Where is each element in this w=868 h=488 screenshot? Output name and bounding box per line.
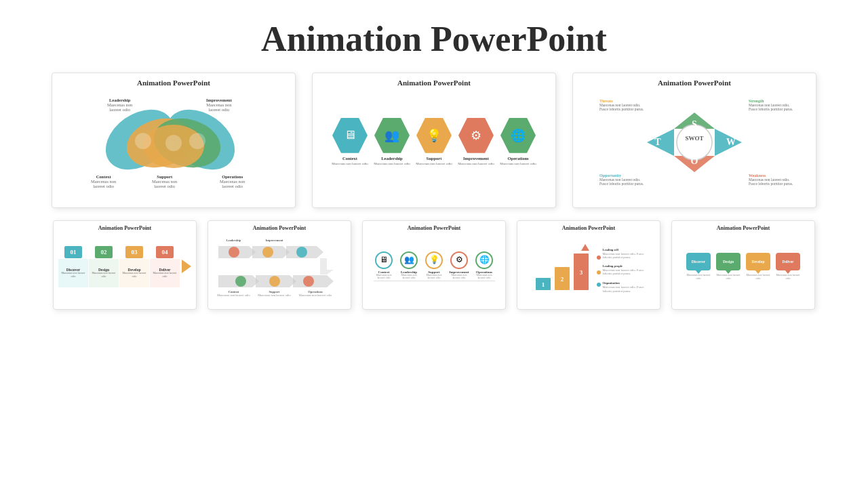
slide7-title: Animation PowerPoint <box>517 221 660 232</box>
hex-item-3: 💡 Support Maecenas non laoreet odio <box>414 118 454 167</box>
svg-point-25 <box>229 247 239 258</box>
svg-text:T: T <box>654 137 661 147</box>
svg-marker-37 <box>581 244 589 251</box>
slide-card-4[interactable]: Animation PowerPoint 01 Discover Maecena… <box>53 220 197 310</box>
slide6-title: Animation PowerPoint <box>363 221 505 232</box>
slide8-title: Animation PowerPoint <box>672 221 814 232</box>
svg-text:SWOT: SWOT <box>685 135 703 142</box>
slide3-content: SWOT T S O W Threats Maecenas non laoree… <box>573 89 816 195</box>
hex-item-1: 🖥 Context Maecenas non laoreet odio <box>330 118 370 167</box>
slide4-title: Animation PowerPoint <box>54 221 196 232</box>
slide-card-7[interactable]: Animation PowerPoint 1 2 3 <box>517 220 660 310</box>
svg-point-40 <box>597 283 601 287</box>
slide4-content: 01 Discover Maecenas non laoreet odio 02… <box>54 232 196 300</box>
svg-point-12 <box>677 125 712 160</box>
slide6-content: 🖥 Context Maecenas non laoreet odio 👥 Le… <box>363 232 505 300</box>
svg-point-28 <box>235 276 246 287</box>
svg-marker-21 <box>320 258 334 274</box>
slide2-content: 🖥 Context Maecenas non laoreet odio 👥 Le… <box>313 89 555 195</box>
svg-text:S: S <box>692 119 697 129</box>
svg-text:W: W <box>726 137 736 147</box>
svg-point-5 <box>135 133 151 149</box>
hex-item-4: ⚙ Improvement Maecenas non laoreet odio <box>456 118 496 167</box>
slide-card-8[interactable]: Animation PowerPoint Discover Maecenas n… <box>671 220 815 310</box>
svg-point-30 <box>303 276 314 287</box>
slides-row-bottom: Animation PowerPoint 01 Discover Maecena… <box>53 220 815 310</box>
svg-point-39 <box>597 270 601 274</box>
hex-label-5: Operations <box>507 156 528 161</box>
hex-item-5: 🌐 Operations Maecenas non laoreet odio <box>498 118 538 167</box>
hex-item-2: 👥 Leadership Maecenas non laoreet odio <box>372 118 412 167</box>
slide-card-1[interactable]: Animation PowerPoint <box>52 73 296 208</box>
svg-point-6 <box>189 133 205 149</box>
slide-card-6[interactable]: Animation PowerPoint 🖥 Context Maecenas … <box>362 220 506 310</box>
hex-label-1: Context <box>342 156 357 161</box>
slide-card-5[interactable]: Animation PowerPoint <box>208 220 351 310</box>
slide5-title: Animation PowerPoint <box>208 221 351 232</box>
svg-text:3: 3 <box>579 269 583 276</box>
svg-point-29 <box>269 276 280 287</box>
page-title: Animation PowerPoint <box>0 0 868 73</box>
hex-label-3: Support <box>427 156 442 161</box>
svg-point-26 <box>262 247 273 258</box>
slide-card-2[interactable]: Animation PowerPoint 🖥 Context Maecenas … <box>312 73 556 208</box>
svg-text:2: 2 <box>560 276 564 283</box>
slide7-content: 1 2 3 Leading self <box>517 232 660 300</box>
slide1-content: Leadership Maecenas non laoreet odio Imp… <box>52 89 295 195</box>
svg-point-27 <box>296 247 307 258</box>
svg-text:1: 1 <box>541 281 545 288</box>
svg-text:O: O <box>691 156 698 166</box>
slide-card-3[interactable]: Animation PowerPoint SWOT <box>572 73 816 208</box>
slide2-title: Animation PowerPoint <box>313 73 555 89</box>
svg-point-7 <box>165 135 182 151</box>
slide1-title: Animation PowerPoint <box>52 73 295 89</box>
slide3-title: Animation PowerPoint <box>573 73 816 89</box>
slides-row-top: Animation PowerPoint <box>52 73 816 208</box>
hex-label-4: Improvement <box>463 156 489 161</box>
hex-label-2: Leadership <box>381 156 402 161</box>
slide8-content: Discover Maecenas non laoreet odio Desig… <box>672 232 814 300</box>
slide5-content: Content Maecenas non laoreet odio Suppor… <box>208 232 351 300</box>
svg-point-38 <box>597 256 601 260</box>
